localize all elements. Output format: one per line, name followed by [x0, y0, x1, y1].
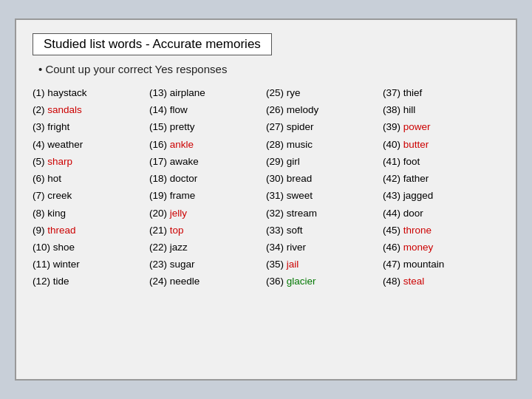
item-number: (4)	[33, 139, 47, 150]
item-word: stream	[287, 208, 317, 219]
main-card: Studied list words - Accurate memories C…	[15, 18, 517, 381]
item-word: power	[403, 121, 431, 132]
list-item: (6) hot	[33, 170, 149, 187]
item-number: (1)	[33, 87, 47, 98]
list-item: (47) mountain	[383, 256, 499, 273]
list-item: (10) shoe	[33, 239, 149, 256]
list-item: (31) sweet	[266, 187, 383, 204]
item-number: (43)	[383, 190, 403, 201]
item-number: (35)	[266, 259, 287, 270]
item-number: (8)	[33, 208, 47, 219]
item-word: mountain	[403, 259, 445, 270]
item-number: (22)	[149, 242, 170, 253]
item-number: (42)	[383, 173, 403, 184]
item-word: jail	[287, 259, 299, 270]
item-number: (25)	[266, 87, 287, 98]
list-item: (18) doctor	[149, 170, 266, 187]
item-word: jelly	[170, 208, 187, 219]
item-word: king	[47, 208, 66, 219]
list-item: (11) winter	[33, 256, 149, 273]
list-item: (28) music	[266, 136, 383, 153]
item-word: winter	[53, 259, 80, 270]
item-number: (3)	[33, 121, 47, 132]
item-number: (11)	[33, 259, 53, 270]
item-number: (13)	[149, 87, 170, 98]
item-word: jagged	[403, 190, 434, 201]
list-item: (32) stream	[266, 205, 383, 222]
item-number: (5)	[33, 156, 47, 167]
item-number: (12)	[33, 276, 53, 287]
column-2: (13) airplane(14) flow(15) pretty(16) an…	[149, 84, 266, 290]
item-word: thread	[47, 225, 75, 236]
word-columns: (1) haystack(2) sandals(3) fright(4) wea…	[33, 84, 499, 290]
list-item: (27) spider	[266, 118, 383, 135]
item-word: girl	[287, 156, 300, 167]
item-number: (15)	[149, 121, 170, 132]
item-word: door	[403, 208, 423, 219]
item-word: father	[403, 173, 429, 184]
column-4: (37) thief(38) hill(39) power(40) butter…	[383, 84, 499, 290]
list-item: (4) weather	[33, 136, 149, 153]
item-word: flow	[170, 104, 188, 115]
item-number: (26)	[266, 104, 287, 115]
list-item: (48) steal	[383, 273, 499, 290]
list-item: (26) melody	[266, 101, 383, 118]
item-number: (17)	[149, 156, 170, 167]
list-item: (43) jagged	[383, 187, 499, 204]
item-number: (2)	[33, 104, 47, 115]
item-word: hot	[47, 173, 61, 184]
list-item: (39) power	[383, 118, 499, 135]
item-word: sharp	[47, 156, 72, 167]
item-word: soft	[287, 225, 303, 236]
list-item: (23) sugar	[149, 256, 266, 273]
list-item: (33) soft	[266, 222, 383, 239]
title-box: Studied list words - Accurate memories	[33, 33, 272, 55]
item-number: (36)	[266, 276, 287, 287]
item-number: (47)	[383, 259, 403, 270]
item-word: awake	[170, 156, 199, 167]
list-item: (42) father	[383, 170, 499, 187]
item-number: (10)	[33, 242, 53, 253]
item-number: (24)	[149, 276, 170, 287]
item-word: top	[170, 225, 184, 236]
list-item: (37) thief	[383, 84, 499, 101]
item-number: (34)	[266, 242, 287, 253]
item-number: (46)	[383, 242, 403, 253]
item-number: (33)	[266, 225, 287, 236]
item-word: haystack	[47, 87, 86, 98]
item-number: (29)	[266, 156, 287, 167]
page-title: Studied list words - Accurate memories	[44, 37, 261, 51]
item-number: (40)	[383, 139, 403, 150]
item-number: (16)	[149, 139, 170, 150]
item-word: river	[287, 242, 306, 253]
item-number: (48)	[383, 276, 403, 287]
list-item: (17) awake	[149, 153, 266, 170]
item-number: (30)	[266, 173, 287, 184]
item-number: (6)	[33, 173, 47, 184]
column-3: (25) rye(26) melody(27) spider(28) music…	[266, 84, 383, 290]
list-item: (38) hill	[383, 101, 499, 118]
item-word: melody	[287, 104, 319, 115]
item-word: spider	[287, 121, 314, 132]
column-1: (1) haystack(2) sandals(3) fright(4) wea…	[33, 84, 149, 290]
item-word: bread	[287, 173, 313, 184]
item-word: foot	[403, 156, 420, 167]
item-number: (31)	[266, 190, 287, 201]
item-number: (38)	[383, 104, 403, 115]
list-item: (7) creek	[33, 187, 149, 204]
item-number: (9)	[33, 225, 47, 236]
item-word: needle	[170, 276, 200, 287]
item-word: sweet	[287, 190, 313, 201]
item-word: airplane	[170, 87, 205, 98]
item-number: (45)	[383, 225, 403, 236]
item-number: (21)	[149, 225, 170, 236]
item-number: (39)	[383, 121, 403, 132]
list-item: (2) sandals	[33, 101, 149, 118]
item-word: sandals	[47, 104, 82, 115]
item-word: thief	[403, 87, 423, 98]
list-item: (41) foot	[383, 153, 499, 170]
list-item: (34) river	[266, 239, 383, 256]
item-word: doctor	[170, 173, 198, 184]
item-number: (14)	[149, 104, 170, 115]
item-number: (37)	[383, 87, 403, 98]
